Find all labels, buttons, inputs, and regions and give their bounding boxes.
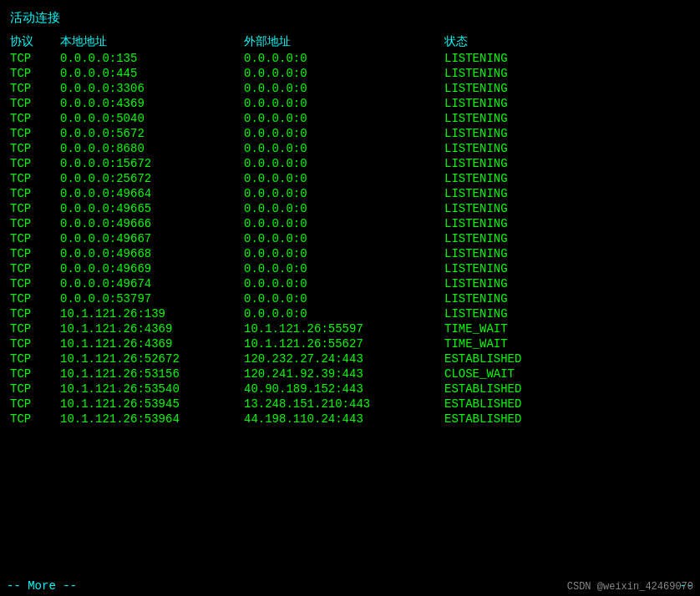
header-protocol: 协议 xyxy=(10,34,60,49)
table-row: TCP0.0.0.0:56720.0.0.0:0LISTENING xyxy=(7,126,693,141)
cell-protocol: TCP xyxy=(10,277,60,290)
cell-state: LISTENING xyxy=(444,82,611,95)
table-row: TCP10.1.121.26:5354040.90.189.152:443EST… xyxy=(7,381,693,396)
cell-protocol: TCP xyxy=(10,397,60,411)
cell-external: 0.0.0.0:0 xyxy=(244,202,444,215)
cell-state: LISTENING xyxy=(444,232,611,245)
table-row: TCP0.0.0.0:496690.0.0.0:0LISTENING xyxy=(7,261,693,276)
cell-protocol: TCP xyxy=(10,82,60,95)
cell-protocol: TCP xyxy=(10,412,60,426)
cell-external: 13.248.151.210:443 xyxy=(244,397,444,411)
cell-external: 0.0.0.0:0 xyxy=(244,67,444,80)
cell-local: 0.0.0.0:5672 xyxy=(60,127,244,140)
cell-protocol: TCP xyxy=(10,232,60,245)
cell-protocol: TCP xyxy=(10,352,60,366)
cell-protocol: TCP xyxy=(10,142,60,155)
cell-state: LISTENING xyxy=(444,172,611,185)
cell-external: 0.0.0.0:0 xyxy=(244,142,444,155)
cell-state: LISTENING xyxy=(444,67,611,80)
cell-protocol: TCP xyxy=(10,157,60,170)
cell-protocol: TCP xyxy=(10,262,60,275)
cell-protocol: TCP xyxy=(10,187,60,200)
cell-local: 0.0.0.0:49668 xyxy=(60,247,244,260)
cell-state: ESTABLISHED xyxy=(444,382,611,396)
cell-external: 0.0.0.0:0 xyxy=(244,127,444,140)
cell-local: 0.0.0.0:135 xyxy=(60,52,244,65)
cell-external: 0.0.0.0:0 xyxy=(244,157,444,170)
cell-external: 0.0.0.0:0 xyxy=(244,247,444,260)
cell-external: 0.0.0.0:0 xyxy=(244,187,444,200)
table-row: TCP0.0.0.0:496740.0.0.0:0LISTENING xyxy=(7,276,693,291)
cell-local: 0.0.0.0:49674 xyxy=(60,277,244,290)
table-row: TCP10.1.121.26:5396444.198.110.24:443EST… xyxy=(7,412,693,427)
cell-state: TIME_WAIT xyxy=(444,337,611,351)
table-row: TCP0.0.0.0:156720.0.0.0:0LISTENING xyxy=(7,156,693,171)
cell-local: 0.0.0.0:445 xyxy=(60,67,244,80)
cell-local: 0.0.0.0:15672 xyxy=(60,157,244,170)
table-row: TCP0.0.0.0:496650.0.0.0:0LISTENING xyxy=(7,201,693,216)
header-external: 外部地址 xyxy=(244,34,444,49)
table-row: TCP0.0.0.0:537970.0.0.0:0LISTENING xyxy=(7,291,693,306)
cell-state: LISTENING xyxy=(444,52,611,65)
header-local: 本地地址 xyxy=(60,34,244,49)
cell-protocol: TCP xyxy=(10,97,60,110)
cell-external: 0.0.0.0:0 xyxy=(244,262,444,275)
cell-state: ESTABLISHED xyxy=(444,352,611,366)
cell-state: LISTENING xyxy=(444,157,611,170)
cell-local: 0.0.0.0:5040 xyxy=(60,112,244,125)
cell-local: 10.1.121.26:4369 xyxy=(60,337,244,351)
table-row: TCP0.0.0.0:50400.0.0.0:0LISTENING xyxy=(7,111,693,126)
cell-state: LISTENING xyxy=(444,142,611,155)
table-row: TCP0.0.0.0:86800.0.0.0:0LISTENING xyxy=(7,141,693,156)
cell-protocol: TCP xyxy=(10,52,60,65)
cell-local: 0.0.0.0:53797 xyxy=(60,292,244,306)
cell-protocol: TCP xyxy=(10,322,60,336)
cell-protocol: TCP xyxy=(10,367,60,381)
page-title: 活动连接 xyxy=(0,7,700,33)
watermark: CSDN @weixin_42469070 xyxy=(567,581,693,593)
network-table: 协议 本地地址 外部地址 状态 TCP0.0.0.0:1350.0.0.0:0L… xyxy=(0,33,700,427)
cell-protocol: TCP xyxy=(10,172,60,185)
cell-external: 0.0.0.0:0 xyxy=(244,112,444,125)
cell-protocol: TCP xyxy=(10,202,60,215)
cell-local: 0.0.0.0:3306 xyxy=(60,82,244,95)
cell-external: 0.0.0.0:0 xyxy=(244,52,444,65)
cell-local: 0.0.0.0:4369 xyxy=(60,97,244,110)
table-row: TCP10.1.121.26:436910.1.121.26:55627TIME… xyxy=(7,336,693,351)
cell-protocol: TCP xyxy=(10,292,60,306)
table-row: TCP10.1.121.26:436910.1.121.26:55597TIME… xyxy=(7,321,693,336)
table-body: TCP0.0.0.0:1350.0.0.0:0LISTENINGTCP0.0.0… xyxy=(7,51,693,427)
cell-state: TIME_WAIT xyxy=(444,322,611,336)
table-row: TCP10.1.121.26:53156120.241.92.39:443CLO… xyxy=(7,366,693,381)
cell-protocol: TCP xyxy=(10,307,60,321)
cell-local: 0.0.0.0:25672 xyxy=(60,172,244,185)
cell-external: 0.0.0.0:0 xyxy=(244,277,444,290)
table-row: TCP0.0.0.0:496660.0.0.0:0LISTENING xyxy=(7,216,693,231)
cell-external: 0.0.0.0:0 xyxy=(244,97,444,110)
cell-state: LISTENING xyxy=(444,202,611,215)
cell-local: 10.1.121.26:52672 xyxy=(60,352,244,366)
cell-protocol: TCP xyxy=(10,217,60,230)
cell-local: 0.0.0.0:49669 xyxy=(60,262,244,275)
more-indicator: -- More -- xyxy=(7,579,77,593)
cell-state: ESTABLISHED xyxy=(444,397,611,411)
table-row: TCP0.0.0.0:496670.0.0.0:0LISTENING xyxy=(7,231,693,246)
cell-local: 10.1.121.26:53945 xyxy=(60,397,244,411)
cell-protocol: TCP xyxy=(10,127,60,140)
cell-external: 0.0.0.0:0 xyxy=(244,172,444,185)
table-row: TCP10.1.121.26:1390.0.0.0:0LISTENING xyxy=(7,306,693,321)
cell-external: 0.0.0.0:0 xyxy=(244,82,444,95)
table-row: TCP0.0.0.0:43690.0.0.0:0LISTENING xyxy=(7,96,693,111)
table-row: TCP0.0.0.0:496680.0.0.0:0LISTENING xyxy=(7,246,693,261)
table-row: TCP0.0.0.0:4450.0.0.0:0LISTENING xyxy=(7,66,693,81)
table-row: TCP0.0.0.0:496640.0.0.0:0LISTENING xyxy=(7,186,693,201)
cell-external: 44.198.110.24:443 xyxy=(244,412,444,426)
cell-state: LISTENING xyxy=(444,247,611,260)
cell-local: 10.1.121.26:53540 xyxy=(60,382,244,396)
cell-state: LISTENING xyxy=(444,112,611,125)
cell-local: 0.0.0.0:49665 xyxy=(60,202,244,215)
table-row: TCP0.0.0.0:256720.0.0.0:0LISTENING xyxy=(7,171,693,186)
cell-state: CLOSE_WAIT xyxy=(444,367,611,381)
cell-external: 0.0.0.0:0 xyxy=(244,217,444,230)
table-row: TCP10.1.121.26:52672120.232.27.24:443EST… xyxy=(7,351,693,366)
